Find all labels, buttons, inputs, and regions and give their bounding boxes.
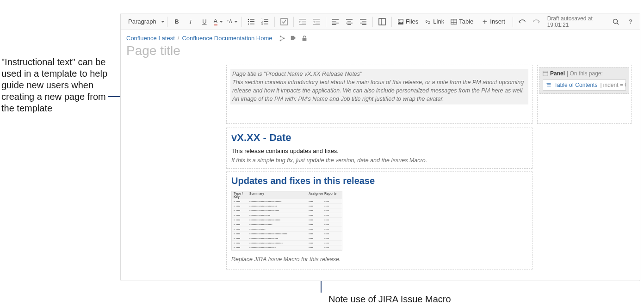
annotation-jira-macro: Note use of JIRA Issue Macro — [328, 294, 451, 305]
version-section[interactable]: vX.XX - Date This release contains updat… — [226, 128, 533, 169]
layout-side-column: Panel | On this page: Table of Contents … — [537, 65, 632, 272]
outdent-button[interactable] — [296, 15, 309, 28]
bullet-list-icon — [248, 18, 255, 25]
jira-row: ▪ ▪▪▪▪▪▪▪▪▪▪▪▪▪▪▪▪▪▪▪▪▪▪▪▪▪▪▪▪▪▪▪▪▪▪▪▪ — [232, 204, 342, 208]
files-icon — [397, 18, 404, 25]
jira-row: ▪ ▪▪▪▪▪▪▪▪▪▪▪▪▪▪▪▪▪▪▪▪▪▪▪▪▪▪▪▪▪▪▪▪▪▪▪▪▪▪ — [232, 208, 342, 213]
paragraph-style-dropdown[interactable]: Paragraph — [124, 16, 164, 27]
align-center-button[interactable] — [343, 15, 356, 28]
intro-section-placeholder[interactable]: Page title is "Product Name vX.XX Releas… — [226, 65, 533, 124]
toolbar-separator — [513, 17, 513, 27]
link-button[interactable]: Link — [422, 15, 447, 28]
files-label: Files — [406, 18, 418, 25]
toolbar-separator — [372, 17, 373, 27]
page-header: Confluence Latest / Confluence Documenta… — [121, 30, 640, 61]
bullet-list-button[interactable] — [245, 15, 258, 28]
svg-rect-27 — [346, 23, 353, 24]
restrictions-icon[interactable] — [301, 35, 308, 42]
breadcrumb: Confluence Latest / Confluence Documenta… — [126, 35, 632, 42]
version-heading: vX.XX - Date — [231, 132, 527, 144]
underline-icon: U — [202, 18, 206, 25]
toc-icon — [546, 82, 551, 88]
chevron-down-icon — [234, 21, 238, 23]
toolbar-separator — [274, 17, 275, 27]
svg-rect-18 — [316, 21, 320, 22]
svg-rect-21 — [332, 19, 339, 20]
instructional-line: This section contains introductory text … — [232, 78, 526, 95]
chevron-down-icon — [161, 21, 165, 23]
help-icon: ? — [629, 18, 632, 25]
toolbar-separator — [391, 17, 392, 27]
link-icon — [425, 18, 431, 25]
panel-meta: | On this page: — [567, 70, 603, 77]
align-right-button[interactable] — [357, 15, 370, 28]
breadcrumb-link-home[interactable]: Confluence Documentation Home — [182, 35, 272, 42]
plus-icon — [482, 18, 488, 25]
editor-window: Paragraph B I U A ⁺A 123 — [120, 13, 640, 281]
redo-button[interactable] — [530, 15, 543, 28]
page-layout-button[interactable] — [376, 15, 389, 28]
svg-point-2 — [248, 21, 249, 22]
jira-col-reporter: Reporter — [324, 192, 340, 198]
italic-button[interactable]: I — [184, 15, 197, 28]
insert-label: Insert — [490, 18, 505, 25]
find-button[interactable] — [609, 15, 622, 28]
updates-section[interactable]: Updates and fixes in this release Type /… — [226, 171, 533, 269]
chevron-down-icon — [219, 21, 223, 23]
undo-button[interactable] — [516, 15, 529, 28]
svg-rect-11 — [264, 24, 268, 24]
checkbox-icon — [280, 18, 288, 25]
svg-rect-16 — [299, 24, 306, 25]
search-icon — [612, 18, 619, 25]
svg-rect-33 — [379, 18, 385, 25]
task-list-button[interactable] — [278, 15, 291, 28]
jira-row: ▪ ▪▪▪▪▪▪▪▪▪▪▪▪▪▪▪▪▪▪▪▪▪▪▪▪▪▪▪▪▪▪▪▪▪▪▪▪▪▪… — [232, 218, 342, 222]
redo-icon — [533, 18, 540, 25]
jira-issue-macro[interactable]: Type / Key Summary Assignee Reporter ▪ ▪… — [231, 191, 342, 251]
more-formatting-button[interactable]: ⁺A — [226, 15, 239, 28]
svg-rect-13 — [299, 19, 306, 20]
numbered-list-button[interactable]: 123 — [259, 15, 272, 28]
svg-rect-15 — [302, 23, 306, 24]
bold-button[interactable]: B — [170, 15, 183, 28]
svg-point-36 — [399, 20, 400, 21]
svg-line-44 — [617, 23, 619, 24]
text-color-button[interactable]: A — [212, 15, 225, 28]
editor-content[interactable]: Page title is "Product Name vX.XX Releas… — [121, 61, 640, 281]
insert-button[interactable]: Insert — [479, 15, 510, 28]
svg-rect-5 — [250, 24, 254, 24]
toc-macro[interactable]: Table of Contents | indent = 0 | m — [543, 80, 626, 91]
indent-icon — [313, 18, 320, 25]
toc-meta: | indent = 0 | m — [600, 82, 626, 88]
toolbar-separator — [293, 17, 294, 27]
indent-button[interactable] — [310, 15, 323, 28]
breadcrumb-link-space[interactable]: Confluence Latest — [126, 35, 175, 42]
instructional-line: An image of the PM with: PM's Name and J… — [232, 95, 526, 103]
table-icon — [451, 18, 457, 25]
svg-rect-23 — [332, 23, 339, 24]
location-icon[interactable] — [279, 35, 285, 42]
jira-table-header: Type / Key Summary Assignee Reporter — [232, 191, 342, 199]
numbered-list-icon: 123 — [261, 18, 269, 25]
svg-rect-28 — [347, 24, 351, 25]
svg-rect-14 — [302, 21, 306, 22]
layout-main-column: Page title is "Product Name vX.XX Releas… — [226, 65, 533, 272]
panel-macro[interactable]: Panel | On this page: Table of Contents … — [539, 67, 629, 94]
svg-rect-20 — [313, 24, 320, 25]
version-body: This release contains updates and fixes. — [231, 147, 527, 154]
underline-button[interactable]: U — [198, 15, 211, 28]
help-button[interactable]: ? — [624, 15, 637, 28]
svg-rect-48 — [302, 38, 306, 41]
paragraph-label: Paragraph — [128, 18, 156, 25]
svg-rect-24 — [332, 24, 336, 25]
svg-rect-7 — [264, 19, 268, 20]
svg-rect-32 — [362, 24, 366, 25]
labels-icon[interactable] — [290, 35, 297, 42]
table-button[interactable]: Table — [448, 15, 478, 28]
panel-placeholder[interactable]: Panel | On this page: Table of Contents … — [537, 65, 632, 124]
page-title-input[interactable]: Page title — [126, 43, 632, 58]
align-left-button[interactable] — [329, 15, 342, 28]
files-button[interactable]: Files — [395, 15, 421, 28]
panel-header: Panel | On this page: — [543, 70, 626, 77]
editor-toolbar: Paragraph B I U A ⁺A 123 — [121, 13, 640, 30]
